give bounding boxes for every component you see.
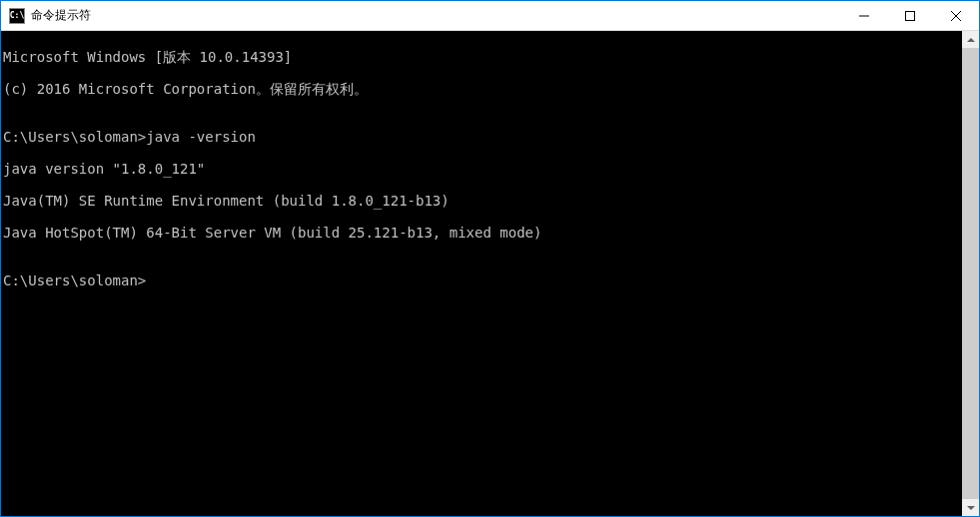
output-line: Microsoft Windows [版本 10.0.14393] bbox=[3, 49, 962, 65]
chevron-up-icon bbox=[967, 38, 975, 42]
svg-rect-1 bbox=[906, 11, 915, 20]
output-line: Java(TM) SE Runtime Environment (build 1… bbox=[3, 193, 962, 209]
app-icon: C:\ bbox=[9, 8, 25, 24]
vertical-scrollbar[interactable] bbox=[962, 31, 979, 516]
output-line: java version "1.8.0_121" bbox=[3, 161, 962, 177]
output-line: (c) 2016 Microsoft Corporation。保留所有权利。 bbox=[3, 81, 962, 97]
output-line: Java HotSpot(TM) 64-Bit Server VM (build… bbox=[3, 225, 962, 241]
scroll-track[interactable] bbox=[962, 48, 979, 499]
maximize-button[interactable] bbox=[887, 1, 933, 30]
chevron-down-icon bbox=[967, 506, 975, 510]
close-icon bbox=[951, 11, 961, 21]
output-line: C:\Users\soloman>java -version bbox=[3, 129, 962, 145]
terminal-output[interactable]: Microsoft Windows [版本 10.0.14393] (c) 20… bbox=[1, 31, 962, 516]
svg-marker-5 bbox=[967, 506, 975, 510]
maximize-icon bbox=[905, 11, 915, 21]
scroll-down-arrow[interactable] bbox=[962, 499, 979, 516]
prompt-line: C:\Users\soloman> bbox=[3, 272, 962, 288]
minimize-icon bbox=[859, 11, 869, 21]
svg-marker-4 bbox=[967, 38, 975, 42]
terminal-area: Microsoft Windows [版本 10.0.14393] (c) 20… bbox=[1, 31, 979, 516]
titlebar[interactable]: C:\ 命令提示符 bbox=[1, 1, 979, 31]
close-button[interactable] bbox=[933, 1, 979, 30]
window-controls bbox=[841, 1, 979, 30]
minimize-button[interactable] bbox=[841, 1, 887, 30]
command-prompt-window: C:\ 命令提示符 Microsoft Windows [版本 10.0.143… bbox=[0, 0, 980, 517]
window-title: 命令提示符 bbox=[31, 7, 841, 24]
scroll-up-arrow[interactable] bbox=[962, 31, 979, 48]
scroll-thumb[interactable] bbox=[962, 48, 979, 499]
